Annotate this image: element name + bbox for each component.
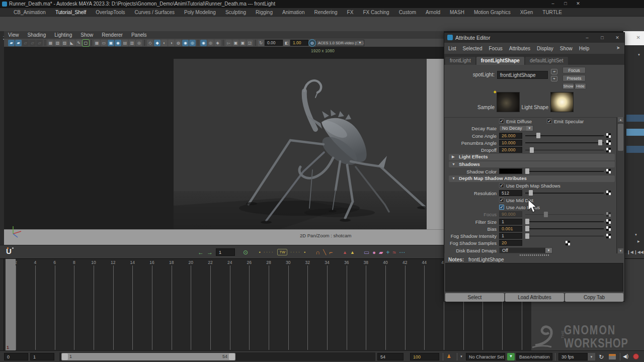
copy-tab-button[interactable]: Copy Tab bbox=[565, 293, 623, 302]
grid-icon[interactable]: ▦ bbox=[94, 40, 100, 46]
viewport-view[interactable]: 1920 x 1080 bbox=[4, 47, 444, 245]
breakdown-key-icon[interactable]: ▲ bbox=[343, 249, 347, 255]
section-header[interactable]: ▼Depth Map Shadow Attributes bbox=[449, 175, 615, 182]
resize-grip[interactable] bbox=[520, 254, 550, 256]
select-node-icon[interactable]: ◂▪ bbox=[551, 69, 557, 74]
exposure-icon[interactable]: ◲ bbox=[247, 40, 253, 46]
value-field[interactable]: 1 bbox=[499, 219, 522, 225]
resolution-gate-icon[interactable]: ▣ bbox=[108, 40, 114, 46]
shelf-tab[interactable]: TURTLE bbox=[542, 10, 562, 15]
step-tangent-icon[interactable]: ⌐ bbox=[329, 249, 333, 255]
range-start-handle[interactable] bbox=[62, 353, 68, 360]
mask-component-icon[interactable]: ▱ bbox=[36, 40, 43, 46]
key-tick-left-icon[interactable]: ▪ bbox=[259, 249, 261, 255]
texture-map-icon[interactable] bbox=[566, 241, 570, 245]
menu-item[interactable]: Attributes bbox=[509, 46, 530, 51]
load-attributes-button[interactable]: Load Attributes bbox=[505, 293, 564, 302]
minimize-button[interactable]: – bbox=[583, 35, 592, 40]
mask-hierarchy-icon[interactable]: ▱ bbox=[22, 40, 29, 46]
checkbox[interactable]: ✓ bbox=[499, 183, 504, 188]
gate-mask-icon[interactable]: ◉ bbox=[115, 40, 121, 46]
tweener-button[interactable]: TW bbox=[277, 249, 287, 255]
menu-item[interactable]: Show bbox=[560, 46, 573, 51]
maximize-button[interactable]: □ bbox=[561, 1, 570, 6]
scroll-down-icon[interactable]: ▼ bbox=[618, 248, 623, 253]
shelf-tab[interactable]: Poly Modeling bbox=[184, 10, 216, 15]
shelf-tab[interactable]: Custom bbox=[399, 10, 416, 15]
textures-icon[interactable]: ◈ bbox=[214, 40, 221, 46]
shelf-tab[interactable]: Sculpting bbox=[225, 10, 246, 15]
spline-tangent-icon[interactable]: ∩ bbox=[315, 249, 320, 255]
value-field[interactable]: 1 bbox=[499, 233, 522, 239]
panel-menu-item[interactable]: Shading bbox=[28, 32, 46, 38]
output-node-icon[interactable]: ▪▸ bbox=[551, 76, 557, 81]
occlusion-icon[interactable]: ◉ bbox=[182, 40, 189, 46]
menu-item[interactable]: Display bbox=[537, 46, 553, 51]
animation-end-field[interactable]: 100 bbox=[410, 353, 439, 360]
slider-track[interactable] bbox=[525, 142, 604, 143]
set-key-icon[interactable]: ♟ bbox=[447, 353, 451, 359]
exposure-field[interactable]: 0.00 bbox=[265, 40, 283, 46]
node-name-field[interactable]: frontLightShape bbox=[497, 71, 548, 79]
focus-button[interactable]: Focus bbox=[562, 67, 586, 73]
menu-item[interactable]: List bbox=[448, 46, 456, 51]
selection-box-icon[interactable]: ▰ bbox=[15, 40, 22, 46]
default-light-icon[interactable]: ◉ bbox=[200, 40, 207, 46]
dropdown[interactable]: Off▼ bbox=[499, 247, 552, 253]
shelf-tab[interactable]: Tutorial_Shelf bbox=[55, 10, 86, 15]
shadows-icon[interactable]: ◍ bbox=[175, 40, 182, 46]
maximize-button[interactable]: □ bbox=[598, 35, 607, 40]
slider-track[interactable] bbox=[525, 228, 604, 229]
color-swatch[interactable] bbox=[499, 168, 522, 174]
channel-row[interactable] bbox=[626, 129, 644, 136]
range-slider-range[interactable]: 1 54 bbox=[61, 353, 235, 360]
node-tab[interactable]: frontLight bbox=[445, 57, 475, 65]
linear-tangent-icon[interactable]: ╲ bbox=[323, 249, 326, 255]
texture-map-icon[interactable] bbox=[606, 226, 611, 231]
texture-map-icon[interactable] bbox=[606, 148, 611, 152]
select-overlay-icon[interactable]: ▭ bbox=[364, 249, 369, 255]
notes-area[interactable] bbox=[445, 263, 623, 292]
menu-item[interactable]: Selected bbox=[463, 46, 482, 51]
shelf-tab[interactable]: MASH bbox=[450, 10, 464, 15]
slider-track[interactable] bbox=[525, 193, 604, 194]
slider-track[interactable] bbox=[525, 214, 604, 215]
channel-row[interactable] bbox=[626, 146, 644, 153]
anti-alias-icon[interactable]: ◎ bbox=[189, 40, 196, 46]
anim-layer-icon[interactable]: ▼ bbox=[507, 353, 515, 360]
panel-menu-item[interactable]: Lighting bbox=[54, 32, 72, 38]
contrast-icon[interactable]: ◧ bbox=[283, 40, 290, 46]
view-transform-icon[interactable]: ◍ bbox=[309, 40, 315, 46]
shelf-tab[interactable]: FX Caching bbox=[363, 10, 389, 15]
shelf-tab[interactable]: Motion Graphics bbox=[474, 10, 511, 15]
film-gate-icon[interactable]: ▭ bbox=[101, 40, 107, 46]
xray-icon[interactable]: ▣ bbox=[232, 40, 239, 46]
shelf-tab[interactable]: Rendering bbox=[314, 10, 337, 15]
record-icon[interactable] bbox=[633, 353, 639, 359]
node-tab[interactable]: frontLightShape bbox=[476, 57, 524, 65]
next-keyframe-icon[interactable]: → bbox=[207, 249, 213, 255]
shelf-tab[interactable]: XGen bbox=[520, 10, 533, 15]
texture-map-icon[interactable] bbox=[606, 212, 611, 217]
shelf-tab[interactable]: FX bbox=[347, 10, 354, 15]
attribute-editor-titlebar[interactable]: Attribute Editor – □ ✕ bbox=[444, 33, 624, 43]
texture-map-icon[interactable] bbox=[606, 219, 611, 224]
slider-handle[interactable] bbox=[525, 226, 529, 231]
attribute-scrollbar[interactable]: ▲ ▼ bbox=[616, 117, 624, 253]
speaker-icon[interactable]: ◀) bbox=[623, 353, 628, 359]
slider-handle[interactable] bbox=[598, 140, 602, 145]
value-field[interactable]: 90.000 bbox=[499, 211, 522, 217]
camera-attributes-icon[interactable]: ▨ bbox=[61, 40, 68, 46]
textured-icon[interactable]: ◐ bbox=[161, 40, 168, 46]
checkbox[interactable]: ✓ bbox=[499, 198, 504, 203]
fps-dropdown[interactable]: 30 fps▼ bbox=[558, 353, 588, 360]
value-field[interactable]: 20 bbox=[499, 240, 522, 246]
insert-key-icon[interactable]: ▲ bbox=[350, 249, 355, 255]
current-time-field[interactable]: 1 bbox=[216, 248, 235, 256]
minimize-button[interactable]: – bbox=[548, 1, 557, 6]
shelf-tab[interactable]: Arnold bbox=[426, 10, 440, 15]
gamma-icon[interactable]: ↻ bbox=[258, 40, 264, 46]
curve-red-icon[interactable]: ≈ bbox=[392, 249, 396, 255]
texture-map-icon[interactable] bbox=[606, 169, 611, 173]
more-options-icon[interactable]: ⋯ bbox=[399, 249, 405, 255]
